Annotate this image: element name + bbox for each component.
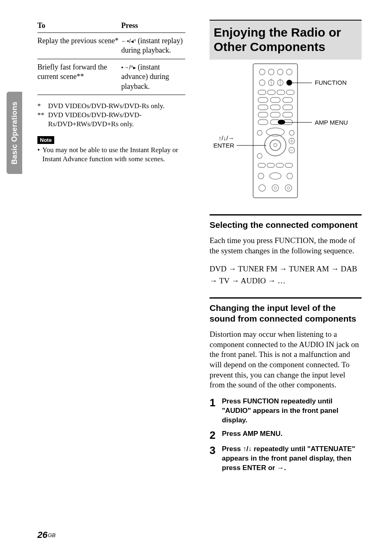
svg-rect-19 — [270, 105, 280, 110]
callout-line — [292, 83, 312, 83]
svg-rect-24 — [258, 120, 268, 125]
step-number: 1 — [210, 397, 222, 425]
left-column: To Press Replay the previous scene* ←•/◂… — [37, 20, 185, 164]
section-tab-label: Basic Operations — [10, 102, 19, 164]
svg-point-51 — [287, 187, 290, 189]
label-arrows: ↑/↓/→ — [214, 134, 234, 141]
svg-point-1 — [259, 69, 265, 75]
svg-point-44 — [258, 173, 264, 179]
svg-point-45 — [270, 173, 281, 179]
step-number: 2 — [210, 429, 222, 440]
label-amp-menu: AMP MENU — [315, 119, 348, 126]
svg-rect-21 — [258, 112, 268, 117]
svg-rect-16 — [270, 97, 280, 102]
step-number: 3 — [210, 445, 222, 473]
table-header-press: Press — [119, 20, 185, 33]
svg-point-48 — [272, 185, 279, 191]
mode-sequence: DVD → TUNER FM → TUNER AM → DAB → TV → A… — [210, 263, 362, 287]
svg-rect-17 — [283, 97, 293, 102]
note-item: • You may not be able to use the Instant… — [37, 146, 185, 164]
svg-point-4 — [286, 69, 292, 75]
table-cell-press: •→/ᴵᴵ▸ (instant advance) during playback… — [119, 59, 185, 95]
step-item: 2Press AMP MENU. — [210, 429, 362, 440]
svg-rect-40 — [258, 163, 265, 167]
section-heading: Changing the input level of the sound fr… — [210, 303, 362, 323]
remote-diagram: FUNCTION AMP MENU ↑/↓/→ ENTER — [210, 60, 362, 204]
svg-point-3 — [277, 69, 283, 75]
svg-point-5 — [259, 80, 265, 86]
step-item: 3Press ↑/↓ repeatedly until "ATTENUATE" … — [210, 445, 362, 473]
table-cell-to: Replay the previous scene* — [37, 33, 119, 59]
step-list: 1Press FUNCTION repeatedly until "AUDIO"… — [210, 397, 362, 473]
section-heading: Selecting the connected component — [210, 220, 362, 230]
svg-point-50 — [285, 185, 292, 191]
page-number-suffix: GB — [48, 532, 55, 538]
svg-rect-14 — [286, 90, 294, 95]
table-cell-press: ←•/◂ᴵᴵ (instant replay) during playback. — [119, 33, 185, 59]
svg-rect-11 — [258, 90, 266, 95]
note-text: You may not be able to use the Instant R… — [42, 146, 185, 164]
callout-line — [285, 122, 312, 123]
table-row: Briefly fast forward the current scene**… — [37, 59, 185, 95]
svg-point-47 — [259, 185, 265, 191]
step-text: Press FUNCTION repeatedly until "AUDIO" … — [222, 397, 362, 425]
footnote-text: DVD VIDEOs/DVD-RWs/DVD-Rs only. — [48, 102, 164, 111]
svg-rect-42 — [276, 163, 284, 167]
svg-point-33 — [274, 144, 277, 147]
svg-rect-20 — [283, 105, 293, 110]
table-header-to: To — [37, 20, 119, 33]
svg-rect-23 — [283, 112, 293, 117]
button-glyph: ←•/◂ᴵᴵ — [121, 38, 136, 44]
svg-rect-18 — [258, 105, 268, 110]
svg-point-2 — [268, 69, 274, 75]
page-number-value: 26 — [37, 530, 47, 540]
section-tab: Basic Operations — [7, 92, 22, 174]
page-number: 26GB — [37, 530, 55, 540]
svg-point-49 — [274, 187, 277, 189]
step-text: Press AMP MENU. — [222, 429, 282, 440]
step-text: Press ↑/↓ repeatedly until "ATTENUATE" a… — [222, 445, 362, 473]
svg-rect-43 — [285, 163, 293, 167]
svg-point-31 — [265, 134, 286, 156]
footnote-text: DVD VIDEOs/DVD-RWs/DVD-Rs/DVD+RWs/DVD+Rs… — [48, 111, 185, 129]
footnote-mark: * — [37, 102, 48, 111]
label-function: FUNCTION — [315, 79, 347, 86]
footnote-mark: ** — [37, 111, 48, 129]
callout-line — [237, 145, 266, 146]
title-banner: Enjoying the Radio or Other Components — [210, 20, 362, 60]
svg-point-46 — [287, 173, 293, 179]
page-title: Enjoying the Radio or Other Components — [214, 25, 357, 54]
svg-point-8 — [286, 80, 292, 86]
svg-point-34 — [257, 153, 262, 158]
section-divider — [210, 214, 362, 215]
body-paragraph: Each time you press FUNCTION, the mode o… — [210, 236, 362, 256]
operations-table: To Press Replay the previous scene* ←•/◂… — [37, 20, 185, 95]
footnote: * DVD VIDEOs/DVD-RWs/DVD-Rs only. — [37, 102, 185, 111]
step-item: 1Press FUNCTION repeatedly until "AUDIO"… — [210, 397, 362, 425]
svg-point-32 — [270, 140, 281, 151]
right-column: Enjoying the Radio or Other Components — [210, 20, 362, 477]
svg-point-27 — [278, 120, 285, 125]
note-label: Note — [37, 136, 54, 144]
svg-rect-13 — [277, 90, 285, 95]
body-paragraph: Distortion may occur when listening to a… — [210, 329, 362, 390]
svg-rect-41 — [267, 163, 274, 167]
footnotes: * DVD VIDEOs/DVD-RWs/DVD-Rs only. ** DVD… — [37, 102, 185, 129]
svg-rect-22 — [270, 112, 280, 117]
svg-point-29 — [289, 130, 294, 135]
bullet: • — [37, 146, 42, 164]
footnote: ** DVD VIDEOs/DVD-RWs/DVD-Rs/DVD+RWs/DVD… — [37, 111, 185, 129]
svg-point-28 — [257, 130, 262, 135]
section-divider — [210, 297, 362, 299]
remote-icon — [251, 63, 300, 199]
svg-rect-15 — [258, 97, 268, 102]
table-cell-to: Briefly fast forward the current scene** — [37, 59, 119, 95]
label-enter: ENTER — [212, 142, 234, 149]
table-row: Replay the previous scene* ←•/◂ᴵᴵ (insta… — [37, 33, 185, 59]
svg-rect-12 — [267, 90, 275, 95]
button-glyph: •→/ᴵᴵ▸ — [121, 64, 136, 71]
